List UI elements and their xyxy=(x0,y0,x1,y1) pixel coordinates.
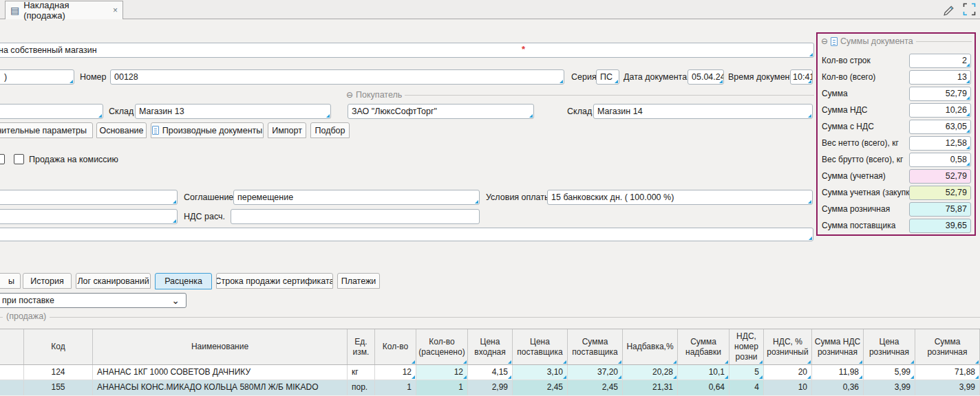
table-row[interactable]: 124 АНАНАС 1КГ 1000 СОВЕТОВ ДАЧНИКУ кг 1… xyxy=(0,365,980,380)
col-header-markup[interactable]: Надбавка,% xyxy=(623,329,678,364)
cell-vat-retail-sum[interactable]: 0,36 xyxy=(812,380,864,395)
cell-qty-priced[interactable]: 12 xyxy=(416,365,468,380)
left-cut-combobox[interactable]: ) xyxy=(0,69,74,85)
buyer-input[interactable]: ЗАО "ЛюксСофтТорг" xyxy=(348,104,534,119)
col-header-vat-retail-pct[interactable]: НДС, % розничный xyxy=(764,329,812,364)
cell-vat-number[interactable]: 4 xyxy=(729,380,764,395)
document-icon xyxy=(831,37,838,46)
cell-supplier-price[interactable]: 3,10 xyxy=(513,365,568,380)
tab-basis[interactable]: Основание xyxy=(96,122,147,138)
collapse-panel-icon[interactable]: ⊖ xyxy=(821,36,828,46)
sum-value-accounting-purchase[interactable]: 52,79 xyxy=(909,186,971,200)
col-header-supplier-price[interactable]: Цена поставщика xyxy=(513,329,568,364)
operation-type-field[interactable]: на собственный магазин xyxy=(0,43,814,58)
commission-checkbox[interactable] xyxy=(14,154,24,164)
buyer-group-title: Покупатель xyxy=(356,90,402,100)
cell-retail-sum[interactable]: 3,99 xyxy=(915,380,980,395)
warehouse1-label: Склад xyxy=(109,104,134,119)
close-tab-icon[interactable]: × xyxy=(113,6,118,15)
cell-supplier-price[interactable]: 2,45 xyxy=(513,380,568,395)
agreement-input[interactable]: перемещение xyxy=(233,190,480,205)
payment-terms-input[interactable]: 15 банковских дн. ( 100.000 %) xyxy=(547,190,813,205)
warehouse1-input[interactable]: Магазин 13 xyxy=(135,104,331,119)
left-cut-field2[interactable] xyxy=(0,190,178,205)
cell-price-in[interactable]: 2,99 xyxy=(468,380,513,395)
col-header-qty-priced[interactable]: Кол-во (расценено) xyxy=(416,329,468,364)
cell-name[interactable]: АНАНАС 1КГ 1000 СОВЕТОВ ДАЧНИКУ xyxy=(93,365,348,380)
cell-markup-sum[interactable]: 10,1 xyxy=(678,365,729,380)
cell-supplier-sum[interactable]: 2,45 xyxy=(568,380,623,395)
tab-pricing[interactable]: Расценка xyxy=(155,273,212,289)
doc-time-input[interactable]: 10:41 xyxy=(790,69,813,85)
tab-invoice-sale[interactable]: ▤ Накладная (продажа) × xyxy=(5,1,123,19)
cell-vat-retail-pct[interactable]: 20 xyxy=(764,365,812,380)
cell-code[interactable]: 155 xyxy=(24,380,93,395)
cell-vat-retail-pct[interactable]: 10 xyxy=(764,380,812,395)
pricing-mode-dropdown[interactable]: при поставке ⌄ xyxy=(0,293,187,308)
col-header-retail-sum[interactable]: Сумма розничная xyxy=(915,329,980,364)
cell-supplier-sum[interactable]: 37,20 xyxy=(568,365,623,380)
cell-qty[interactable]: 1 xyxy=(375,380,416,395)
left-cut-field[interactable] xyxy=(0,104,103,119)
sum-value-net-weight[interactable]: 12,58 xyxy=(909,136,971,151)
cell-markup-sum[interactable]: 0,64 xyxy=(678,380,729,395)
table-row-selected[interactable]: 155 АНАНАСЫ КОНС.МИКАДО КОЛЬЦА 580МЛ Ж/Б… xyxy=(0,380,980,395)
cell-price-in[interactable]: 4,15 xyxy=(468,365,513,380)
col-header-retail-price[interactable]: Цена розничная xyxy=(864,329,915,364)
left-cut-checkbox[interactable] xyxy=(0,154,5,164)
cell-qty-priced[interactable]: 1 xyxy=(416,380,468,395)
sum-value-accounting[interactable]: 52,79 xyxy=(909,169,971,184)
sum-value-supplier[interactable]: 39,65 xyxy=(909,219,971,233)
col-header-name[interactable]: Наименование xyxy=(93,329,348,364)
sum-value-retail[interactable]: 75,87 xyxy=(909,202,971,217)
cell-name[interactable]: АНАНАСЫ КОНС.МИКАДО КОЛЬЦА 580МЛ Ж/Б MIK… xyxy=(93,380,348,395)
vat-calc-input[interactable] xyxy=(231,209,480,224)
cell-qty[interactable]: 12 xyxy=(375,365,416,380)
edit-pencil-icon[interactable] xyxy=(942,2,956,19)
col-header-vat-retail-sum[interactable]: Сумма НДС розничная xyxy=(812,329,864,364)
tab-label: Строка продажи сертификата xyxy=(216,276,333,286)
col-header-vat-number[interactable]: НДС, номер розни xyxy=(729,329,764,364)
col-header-unit[interactable]: Ед. изм. xyxy=(348,329,375,364)
col-header-code[interactable]: Код xyxy=(24,329,93,364)
col-header-qty[interactable]: Кол-во xyxy=(375,329,416,364)
sum-value-sum[interactable]: 52,79 xyxy=(909,87,971,101)
tab-selection[interactable]: Подбор xyxy=(310,122,350,138)
tab-certificate-sale-line[interactable]: Строка продажи сертификата xyxy=(216,273,333,289)
tab-import[interactable]: Импорт xyxy=(268,122,306,138)
cell-markup[interactable]: 20,28 xyxy=(623,365,678,380)
left-cut-field3[interactable] xyxy=(0,209,178,224)
tab-cut-left[interactable]: ы xyxy=(0,273,21,289)
sum-value-vat[interactable]: 10,26 xyxy=(909,103,971,118)
comment-field[interactable] xyxy=(0,228,813,241)
cell-retail-price[interactable]: 5,99 xyxy=(864,365,915,380)
sum-value-rows[interactable]: 2 xyxy=(909,54,971,68)
sum-value-gross-weight[interactable]: 0,58 xyxy=(909,153,971,167)
tab-derived-documents[interactable]: Производные документы xyxy=(151,122,264,138)
col-header-price-in[interactable]: Цена входная xyxy=(468,329,513,364)
fullscreen-expand-icon[interactable] xyxy=(963,3,976,19)
col-header-indicator[interactable] xyxy=(0,329,24,364)
cell-retail-sum[interactable]: 71,88 xyxy=(915,365,980,380)
tab-scan-log[interactable]: Лог сканирований xyxy=(76,273,151,289)
cell-vat-retail-sum[interactable]: 11,98 xyxy=(812,365,864,380)
cell-markup[interactable]: 21,31 xyxy=(623,380,678,395)
col-header-markup-sum[interactable]: Сумма надбавки xyxy=(678,329,729,364)
number-input[interactable]: 00128 xyxy=(110,69,564,85)
tab-history[interactable]: История xyxy=(23,273,72,289)
sum-label-retail: Сумма розничная xyxy=(822,202,890,217)
cell-unit[interactable]: кг xyxy=(348,365,375,380)
sum-value-qty-total[interactable]: 13 xyxy=(909,70,971,85)
series-input[interactable]: ПС xyxy=(596,69,619,85)
col-header-supplier-sum[interactable]: Сумма поставщика xyxy=(568,329,623,364)
cell-vat-number[interactable]: 5 xyxy=(729,365,764,380)
sum-value-with-vat[interactable]: 63,05 xyxy=(909,120,971,134)
collapse-group-icon[interactable]: ⊖ xyxy=(346,90,353,100)
tab-additional-params[interactable]: олнительные параметры xyxy=(0,122,93,138)
warehouse2-input[interactable]: Магазин 14 xyxy=(593,104,813,119)
cell-retail-price[interactable]: 3,99 xyxy=(864,380,915,395)
cell-code[interactable]: 124 xyxy=(24,365,93,380)
tab-payments[interactable]: Платежи xyxy=(337,273,380,289)
doc-date-input[interactable]: 05.04.24 xyxy=(688,69,724,85)
cell-unit[interactable]: пор. xyxy=(348,380,375,395)
